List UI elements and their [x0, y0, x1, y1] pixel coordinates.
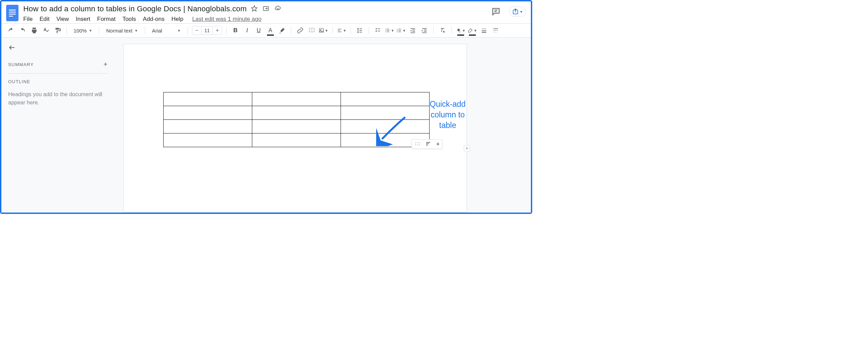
svg-rect-1 [9, 10, 16, 11]
font-size-control: − + [192, 26, 222, 35]
svg-point-48 [417, 142, 418, 143]
star-icon[interactable] [251, 5, 258, 13]
style-select[interactable]: Normal text▼ [103, 28, 141, 34]
svg-rect-32 [398, 31, 401, 32]
menu-help[interactable]: Help [171, 16, 183, 23]
collapse-sidebar-button[interactable] [8, 44, 107, 52]
menu-view[interactable]: View [56, 16, 69, 23]
paint-format-button[interactable] [53, 26, 62, 35]
svg-rect-37 [422, 28, 426, 29]
svg-rect-35 [412, 31, 415, 32]
font-size-input[interactable] [201, 26, 213, 35]
svg-rect-2 [9, 12, 16, 13]
outline-sidebar: SUMMARY + OUTLINE Headings you add to th… [1, 38, 114, 213]
svg-point-22 [385, 30, 386, 31]
svg-point-52 [419, 144, 420, 145]
increase-font-button[interactable]: + [213, 26, 222, 35]
table-options-button[interactable]: ▼ [464, 145, 470, 151]
page[interactable]: + ▼ Quick-add column to table [123, 44, 467, 213]
svg-rect-4 [9, 16, 13, 17]
caret-icon: ▼ [177, 29, 181, 33]
bullet-list-button[interactable]: ▼ [385, 26, 394, 35]
link-button[interactable] [295, 26, 305, 35]
outline-empty-hint: Headings you add to the document will ap… [8, 90, 107, 107]
checklist-button[interactable] [373, 26, 383, 35]
table-row[interactable] [164, 92, 430, 106]
share-dropdown-icon[interactable]: ▼ [520, 10, 523, 14]
align-button[interactable]: ▼ [337, 26, 346, 35]
image-button[interactable]: ▼ [319, 26, 328, 35]
svg-marker-5 [251, 5, 257, 11]
svg-point-47 [415, 142, 416, 143]
table-quick-toolbar: + [411, 139, 443, 149]
menu-tools[interactable]: Tools [123, 16, 136, 23]
svg-rect-38 [424, 30, 426, 30]
toolbar: 100%▼ Normal text▼ Arial▼ − + B I U A ▼ … [1, 23, 531, 38]
numbered-list-button[interactable]: 123▼ [396, 26, 406, 35]
svg-point-23 [385, 31, 386, 32]
menu-insert[interactable]: Insert [76, 16, 90, 23]
svg-rect-0 [6, 5, 18, 21]
svg-point-49 [419, 142, 420, 143]
svg-text:3: 3 [397, 31, 398, 33]
underline-button[interactable]: U [254, 26, 264, 35]
svg-point-50 [415, 144, 416, 145]
app-window: How to add a column to tables in Google … [0, 0, 532, 214]
caret-icon: ▼ [135, 29, 138, 33]
increase-indent-button[interactable] [420, 26, 429, 35]
border-color-button[interactable]: ▼ [468, 26, 477, 35]
highlight-button[interactable] [277, 26, 287, 35]
bold-button[interactable]: B [231, 26, 240, 35]
fill-color-button[interactable]: ▼ [456, 26, 465, 35]
decrease-indent-button[interactable] [408, 26, 418, 35]
menu-format[interactable]: Format [97, 16, 116, 23]
sort-icon[interactable] [425, 141, 432, 147]
share-button[interactable]: ▼ [509, 7, 526, 17]
redo-button[interactable] [18, 26, 27, 35]
svg-rect-40 [422, 33, 426, 33]
move-icon[interactable] [263, 5, 269, 13]
text-color-button[interactable]: A [266, 26, 275, 35]
menu-bar: File Edit View Insert Format Tools Add-o… [23, 14, 527, 24]
undo-button[interactable] [6, 26, 16, 35]
svg-rect-33 [410, 28, 415, 29]
menu-edit[interactable]: Edit [39, 16, 49, 23]
summary-heading: SUMMARY [8, 62, 34, 67]
font-select[interactable]: Arial▼ [149, 28, 183, 34]
comments-button[interactable] [489, 5, 503, 18]
border-style-button[interactable] [491, 26, 500, 35]
add-column-button[interactable]: + [436, 141, 439, 147]
annotation-callout: Quick-add column to table [400, 99, 496, 131]
print-button[interactable] [29, 26, 39, 35]
svg-rect-26 [387, 31, 389, 32]
add-summary-button[interactable]: + [103, 61, 107, 68]
svg-rect-39 [424, 31, 426, 32]
last-edit-link[interactable]: Last edit was 1 minute ago [192, 16, 261, 23]
caret-icon: ▼ [89, 29, 92, 33]
outline-heading: OUTLINE [8, 79, 107, 84]
line-spacing-button[interactable] [355, 26, 365, 35]
docs-logo[interactable] [5, 4, 19, 22]
svg-rect-25 [387, 30, 389, 30]
svg-rect-31 [398, 30, 401, 30]
svg-rect-36 [410, 33, 415, 33]
svg-rect-30 [398, 29, 401, 29]
title-bar: How to add a column to tables in Google … [1, 1, 531, 23]
spellcheck-button[interactable] [41, 26, 51, 35]
svg-point-51 [417, 144, 418, 145]
svg-rect-24 [387, 29, 389, 29]
drag-handle-icon[interactable] [414, 141, 421, 147]
menu-addons[interactable]: Add-ons [143, 16, 164, 23]
content-area: SUMMARY + OUTLINE Headings you add to th… [1, 38, 531, 213]
document-title[interactable]: How to add a column to tables in Google … [23, 4, 247, 13]
zoom-select[interactable]: 100%▼ [71, 28, 95, 34]
svg-rect-34 [412, 30, 415, 30]
decrease-font-button[interactable]: − [192, 26, 201, 35]
menu-file[interactable]: File [23, 16, 33, 23]
clear-formatting-button[interactable] [438, 26, 447, 35]
italic-button[interactable]: I [242, 26, 252, 35]
border-width-button[interactable] [479, 26, 489, 35]
comment-button[interactable] [307, 26, 317, 35]
document-canvas[interactable]: + ▼ Quick-add column to table [114, 38, 531, 213]
cloud-saved-icon[interactable] [274, 5, 281, 13]
